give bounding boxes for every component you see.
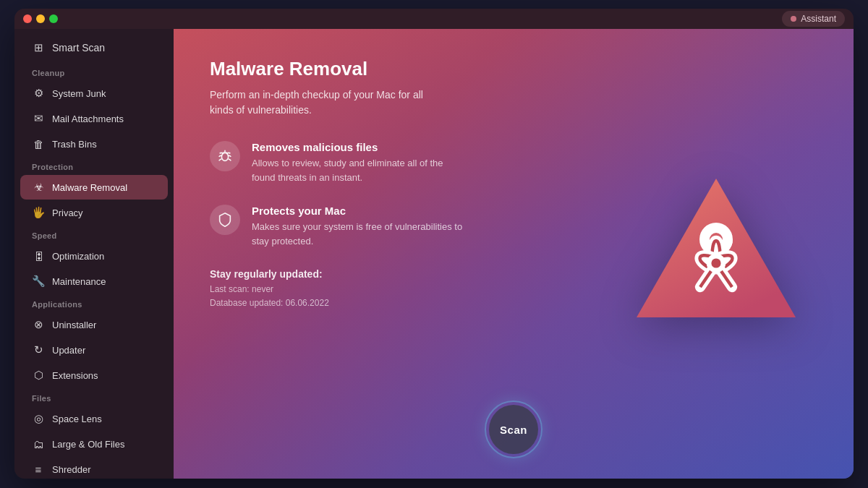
- svg-line-1: [223, 153, 224, 153]
- maintenance-icon: 🔧: [32, 275, 45, 288]
- feature-protects-text: Protects your Mac Makes sure your system…: [252, 205, 469, 248]
- smart-scan-icon: ⊞: [32, 41, 45, 54]
- extensions-icon: ⬡: [32, 369, 45, 382]
- feature-protects-description: Makes sure your system is free of vulner…: [252, 220, 469, 248]
- sidebar-item-privacy[interactable]: 🖐 Privacy: [20, 200, 168, 225]
- malware-icon: ☣: [32, 181, 45, 194]
- maximize-button[interactable]: [49, 14, 58, 23]
- large-files-icon: 🗂: [32, 437, 45, 450]
- content-area: ⊞ Smart Scan Cleanup ⚙ System Junk ✉ Mai…: [14, 29, 854, 479]
- assistant-dot-icon: [791, 16, 796, 22]
- privacy-icon: 🖐: [32, 206, 45, 219]
- sidebar-item-maintenance[interactable]: 🔧 Maintenance: [20, 269, 168, 294]
- sidebar-item-extensions[interactable]: ⬡ Extensions: [20, 363, 168, 388]
- sidebar-item-smart-scan[interactable]: ⊞ Smart Scan: [20, 35, 168, 60]
- sidebar-maintenance-label: Maintenance: [52, 276, 106, 287]
- sidebar-malware-label: Malware Removal: [52, 182, 127, 193]
- feature-removes-malicious: Removes malicious files Allows to review…: [210, 141, 571, 184]
- svg-line-2: [226, 153, 227, 153]
- sidebar-item-large-old-files[interactable]: 🗂 Large & Old Files: [20, 432, 168, 456]
- sidebar-updater-label: Updater: [52, 345, 85, 356]
- feature-protects-title: Protects your Mac: [252, 205, 469, 217]
- scan-button-outer: Scan: [485, 401, 542, 458]
- close-button[interactable]: [23, 14, 32, 23]
- sidebar-smart-scan-label: Smart Scan: [52, 42, 105, 53]
- traffic-lights: [23, 14, 58, 23]
- system-junk-icon: ⚙: [32, 87, 45, 100]
- section-label-speed: Speed: [14, 226, 174, 243]
- section-label-cleanup: Cleanup: [14, 63, 174, 80]
- sidebar-item-trash-bins[interactable]: 🗑 Trash Bins: [20, 132, 168, 156]
- feature-removes-malicious-text: Removes malicious files Allows to review…: [252, 141, 469, 184]
- optimization-icon: 🎛: [32, 249, 45, 262]
- sidebar-mail-label: Mail Attachments: [52, 114, 124, 124]
- section-label-applications: Applications: [14, 294, 174, 312]
- svg-point-0: [221, 153, 228, 160]
- main-window: Assistant ⊞ Smart Scan Cleanup ⚙ System …: [14, 9, 854, 479]
- main-panel: Malware Removal Perform an in-depth chec…: [174, 29, 854, 479]
- uninstaller-icon: ⊗: [32, 318, 45, 331]
- sidebar-item-malware-removal[interactable]: ☣ Malware Removal: [20, 175, 168, 200]
- page-description: Perform an in-depth checkup of your Mac …: [210, 87, 441, 118]
- section-label-files: Files: [14, 388, 174, 406]
- assistant-label: Assistant: [801, 14, 836, 24]
- feature-protects-mac: Protects your Mac Makes sure your system…: [210, 205, 571, 248]
- sidebar-item-system-junk[interactable]: ⚙ System Junk: [20, 81, 168, 106]
- biohazard-illustration: [622, 166, 810, 342]
- sidebar-uninstaller-label: Uninstaller: [52, 320, 96, 330]
- sidebar-system-junk-label: System Junk: [52, 88, 106, 99]
- sidebar-trash-label: Trash Bins: [52, 139, 97, 150]
- sidebar-item-shredder[interactable]: ≡ Shredder: [20, 457, 168, 479]
- sidebar-large-files-label: Large & Old Files: [52, 439, 124, 450]
- mail-icon: ✉: [32, 112, 45, 125]
- sidebar: ⊞ Smart Scan Cleanup ⚙ System Junk ✉ Mai…: [14, 29, 174, 479]
- bug-icon: [210, 141, 240, 171]
- feature-removes-title: Removes malicious files: [252, 141, 469, 153]
- svg-point-8: [709, 256, 723, 270]
- scan-button[interactable]: Scan: [489, 405, 538, 454]
- sidebar-item-mail-attachments[interactable]: ✉ Mail Attachments: [20, 106, 168, 131]
- sidebar-item-updater[interactable]: ↻ Updater: [20, 338, 168, 362]
- sidebar-optimization-label: Optimization: [52, 251, 104, 262]
- shredder-icon: ≡: [32, 463, 45, 476]
- sidebar-space-lens-label: Space Lens: [52, 414, 102, 424]
- update-title: Stay regularly updated:: [210, 268, 571, 280]
- minimize-button[interactable]: [36, 14, 45, 23]
- space-lens-icon: ◎: [32, 412, 45, 425]
- sidebar-item-space-lens[interactable]: ◎ Space Lens: [20, 406, 168, 431]
- sidebar-extensions-label: Extensions: [52, 370, 98, 381]
- database-label: Database updated: 06.06.2022: [210, 296, 571, 310]
- updater-icon: ↻: [32, 343, 45, 356]
- sidebar-privacy-label: Privacy: [52, 207, 83, 218]
- shield-icon: [210, 205, 240, 235]
- sidebar-shredder-label: Shredder: [52, 464, 90, 475]
- biohazard-svg: [622, 166, 810, 339]
- section-label-protection: Protection: [14, 157, 174, 174]
- content-inner: Malware Removal Perform an in-depth chec…: [210, 58, 571, 310]
- update-section: Stay regularly updated: Last scan: never…: [210, 268, 571, 310]
- assistant-button[interactable]: Assistant: [782, 11, 845, 27]
- sidebar-item-optimization[interactable]: 🎛 Optimization: [20, 244, 168, 268]
- last-scan-label: Last scan: never: [210, 283, 571, 296]
- scan-button-container: Scan: [485, 401, 542, 458]
- trash-icon: 🗑: [32, 137, 45, 150]
- feature-removes-description: Allows to review, study and eliminate al…: [252, 156, 469, 184]
- page-title: Malware Removal: [210, 58, 571, 80]
- titlebar: Assistant: [14, 9, 854, 29]
- sidebar-item-uninstaller[interactable]: ⊗ Uninstaller: [20, 312, 168, 337]
